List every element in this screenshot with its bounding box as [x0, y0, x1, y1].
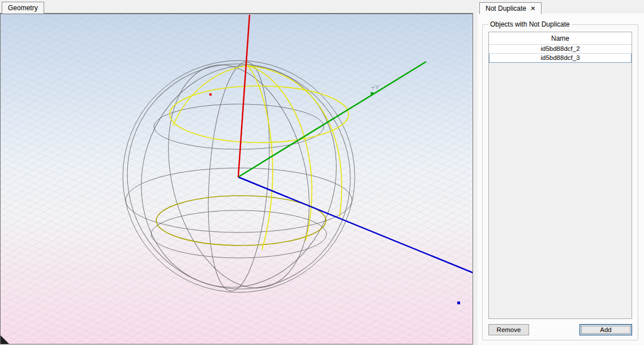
geometry-viewport[interactable]: +Y: [0, 14, 473, 344]
table-row[interactable]: id5bd88dcf_2: [489, 45, 632, 54]
app-window: Geometry: [0, 0, 644, 345]
tab-geometry[interactable]: Geometry: [2, 2, 44, 14]
add-button[interactable]: Add: [579, 324, 632, 335]
table-row[interactable]: id5bd88dcf_3: [489, 54, 632, 63]
ground-grid: [0, 14, 473, 344]
splitter[interactable]: [473, 0, 478, 345]
blue-marker: [457, 301, 460, 304]
panel-content: Objects with Not Duplicate Name id5bd88d…: [478, 14, 644, 345]
geometry-pane: Geometry: [0, 0, 473, 345]
not-duplicate-pane: Not Duplicate × Objects with Not Duplica…: [478, 0, 644, 345]
tab-geometry-label: Geometry: [8, 4, 38, 12]
tab-not-duplicate[interactable]: Not Duplicate ×: [479, 2, 542, 14]
objects-groupbox: Objects with Not Duplicate Name id5bd88d…: [482, 20, 638, 340]
right-tabbar: Not Duplicate ×: [478, 0, 644, 14]
tab-not-duplicate-label: Not Duplicate: [486, 5, 526, 12]
remove-button[interactable]: Remove: [488, 324, 529, 335]
green-marker: [371, 92, 373, 95]
3d-scene: +Y: [0, 14, 473, 344]
close-icon[interactable]: ×: [531, 6, 535, 11]
button-row: Remove Add: [488, 324, 632, 335]
table-header-name: Name: [489, 32, 632, 45]
y-axis-label: +Y: [371, 84, 379, 92]
left-tabbar: Geometry: [0, 0, 473, 14]
objects-table[interactable]: Name id5bd88dcf_2 id5bd88dcf_3: [488, 32, 632, 319]
red-marker: [209, 93, 212, 96]
groupbox-title: Objects with Not Duplicate: [488, 20, 572, 28]
